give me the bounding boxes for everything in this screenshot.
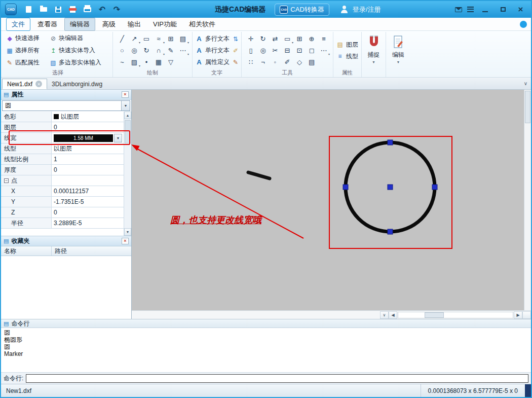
canvas-vertical-scrollbar[interactable] [524, 90, 531, 310]
trim-icon[interactable]: ✂ [269, 45, 281, 56]
select-all-button[interactable]: ▦选择所有 [6, 46, 50, 55]
properties-scrollbar[interactable]: ▲ ▼ [124, 112, 131, 236]
spline-icon[interactable]: ≈ [153, 33, 165, 45]
collapse-minus-icon[interactable] [4, 178, 9, 183]
resize-grip[interactable] [525, 384, 531, 397]
array-icon[interactable]: ⊞ [293, 33, 306, 45]
menu-tab-advanced[interactable]: 高级 [97, 18, 121, 30]
text-sort-icon[interactable]: ⇅ [233, 35, 238, 43]
freehand-icon[interactable]: ~ [116, 56, 128, 68]
layer-tool-icon[interactable]: ▤ [306, 56, 318, 68]
entity-type-select[interactable]: 圆 ▼ [2, 100, 130, 111]
snap-dropdown-icon[interactable]: ▼ [372, 60, 375, 64]
center-mark-icon[interactable]: ◎ [257, 45, 269, 56]
menu-tab-vip[interactable]: VIP功能 [148, 18, 182, 30]
line-icon[interactable]: ╱ [116, 33, 128, 45]
doc-tab-new1[interactable]: New1.dxf × [2, 79, 47, 89]
property-value-z[interactable]: 0 [52, 207, 124, 218]
grip-bottom[interactable] [388, 229, 393, 234]
text-edit-icon[interactable]: ✎ [233, 59, 238, 66]
menu-tab-output[interactable]: 输出 [123, 18, 146, 30]
singleline-text-button[interactable]: A单行文本✐ [196, 45, 238, 56]
favorites-col-path[interactable]: 路径 [52, 246, 131, 256]
hscroll-right-icon[interactable]: ▶ [514, 311, 522, 319]
frame-icon[interactable]: ◻ [306, 45, 318, 56]
grip-left[interactable] [343, 185, 348, 190]
message-icon[interactable] [455, 7, 462, 12]
help-icon[interactable] [520, 21, 527, 28]
cad-converter-button[interactable]: CAD CAD转换器 [275, 4, 329, 16]
node-icon[interactable]: ◦ [269, 56, 281, 68]
save-button[interactable] [51, 3, 65, 16]
block-insert-icon[interactable]: ⊞ [165, 33, 177, 45]
quick-select-button[interactable]: ◆快速选择 [6, 34, 50, 43]
property-value-color[interactable]: 以图层 [52, 112, 124, 122]
property-value-linetype[interactable]: 以图层 [52, 143, 124, 154]
subtract-icon[interactable]: ⊟ [281, 45, 293, 56]
grip-top[interactable] [388, 140, 393, 145]
polyline-icon[interactable]: ↗ [128, 33, 140, 45]
lineweight-dropdown-icon[interactable]: ▼ [114, 134, 122, 142]
minimize-button[interactable] [479, 3, 491, 16]
commandline-header[interactable]: ▤ 命令行 [1, 319, 531, 328]
offset-icon[interactable]: ▭ [281, 33, 293, 45]
canvas-vscroll-thumb[interactable] [525, 91, 530, 123]
block-editor-button[interactable]: ⊘块编辑器 [50, 34, 109, 43]
point-icon[interactable]: • [140, 56, 153, 68]
scroll-up-icon[interactable]: ▲ [124, 112, 131, 119]
property-value-radius[interactable]: 3.2889E-5 [52, 218, 124, 228]
sketch-icon[interactable]: ✎ [165, 45, 177, 56]
entity-dropdown-icon[interactable]: ▼ [121, 101, 130, 111]
favorites-list[interactable] [1, 256, 131, 319]
menu-tab-editor[interactable]: 编辑器 [64, 18, 95, 31]
arc-icon[interactable]: ∩ [153, 45, 165, 56]
measure-icon[interactable]: ◇ [293, 56, 306, 68]
tools-more-icon[interactable]: ⋯ [318, 45, 330, 56]
stretch-icon[interactable]: ▯ [245, 45, 257, 56]
favorites-col-name[interactable]: 名称 [1, 246, 52, 256]
properties-close-icon[interactable]: × [122, 91, 129, 98]
redo-button[interactable]: ↷ [110, 3, 124, 16]
chamfer-icon[interactable]: ¬ [257, 56, 269, 68]
undo-button[interactable]: ↶ [95, 3, 109, 16]
line-segment-shape[interactable] [248, 172, 270, 178]
attribute-define-button[interactable]: A属性定义✎ [196, 56, 238, 68]
hamburger-menu-icon[interactable] [467, 7, 474, 12]
join-icon[interactable]: ⊕ [306, 33, 318, 45]
open-file-button[interactable] [36, 3, 50, 16]
commandline-input[interactable] [26, 374, 528, 383]
maximize-button[interactable] [497, 3, 509, 16]
layer-button[interactable]: ▤图层 [336, 39, 358, 51]
hatch-icon[interactable]: ▨ [128, 56, 140, 68]
grip-right[interactable] [432, 185, 437, 190]
edit-button[interactable]: 编辑 ▼ [386, 32, 410, 77]
property-value-thickness[interactable]: 0 [52, 165, 124, 175]
property-value-y[interactable]: -1.7351E-5 [52, 197, 124, 207]
linetype-button[interactable]: ≡线型 [336, 51, 358, 62]
polygon-entity-input-button[interactable]: ▧多边形实体输入 [50, 58, 109, 67]
menu-tab-related[interactable]: 相关软件 [184, 18, 220, 30]
snap-button[interactable]: 捕捉 ▼ [362, 32, 386, 77]
polygon-icon[interactable]: ▽ [165, 56, 177, 68]
menu-tab-viewer[interactable]: 查看器 [32, 18, 62, 30]
scroll-down-icon[interactable]: ▼ [124, 228, 131, 236]
close-button[interactable]: × [514, 3, 527, 16]
move-icon[interactable]: ✛ [245, 33, 257, 45]
login-register-link[interactable]: 登录/注册 [353, 5, 381, 14]
draw-more-icon[interactable]: ⋯ [177, 45, 189, 56]
annotate-icon[interactable]: ✐ [281, 56, 293, 68]
revision-cloud-icon[interactable]: ↻ [140, 45, 153, 56]
match-properties-button[interactable]: ✎匹配属性 [6, 58, 50, 67]
circle-icon[interactable]: ○ [116, 45, 128, 56]
property-value-layer[interactable]: 0 [52, 122, 124, 132]
collapse-panel-icon[interactable]: ∨ [524, 81, 527, 86]
export-pdf-button[interactable] [66, 3, 80, 16]
rectangle-icon[interactable]: ▭ [140, 33, 153, 45]
list-icon[interactable]: ≡ [318, 33, 330, 45]
text-style-icon[interactable]: ✐ [233, 47, 238, 54]
expand-commandline-icon[interactable]: ∨ [380, 311, 389, 319]
print-button[interactable] [81, 3, 94, 16]
multiline-text-button[interactable]: A多行文本⇅ [196, 33, 238, 45]
hscroll-left-icon[interactable]: ◀ [389, 311, 397, 319]
edit-dropdown-icon[interactable]: ▼ [397, 60, 400, 64]
